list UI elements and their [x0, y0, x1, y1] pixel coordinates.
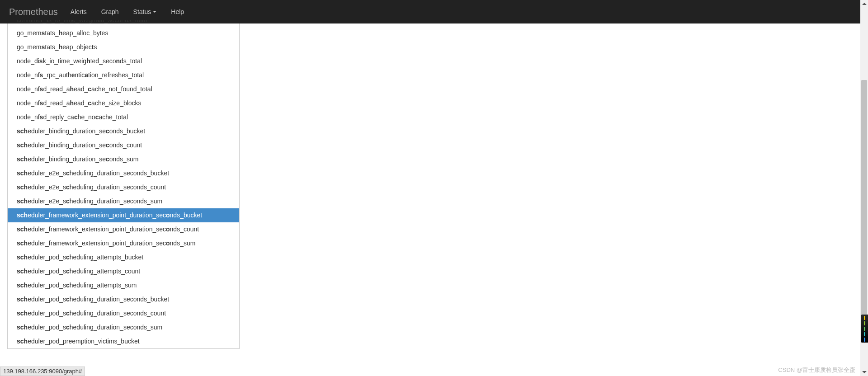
autocomplete-item[interactable]: node_disk_io_time_weighted_seconds_total: [8, 54, 239, 68]
gadget-bar: [864, 316, 865, 320]
autocomplete-item[interactable]: scheduler_framework_extension_point_dura…: [8, 222, 239, 236]
autocomplete-item[interactable]: scheduler_pod_scheduling_duration_second…: [8, 320, 239, 334]
autocomplete-item[interactable]: node_nfsd_read_ahead_cache_not_found_tot…: [8, 82, 239, 96]
watermark-text: CSDN @富士康质检员张全蛋: [778, 366, 855, 374]
autocomplete-item[interactable]: scheduler_pod_scheduling_duration_second…: [8, 292, 239, 306]
autocomplete-item[interactable]: go_memstats_heap_alloc_bytes: [8, 26, 239, 40]
side-gadget[interactable]: [861, 315, 868, 343]
autocomplete-item[interactable]: scheduler_pod_scheduling_attempts_bucket: [8, 250, 239, 264]
autocomplete-item[interactable]: node_nfsd_reply_cache_nocache_total: [8, 110, 239, 124]
caret-down-icon: [153, 11, 156, 13]
nav-graph[interactable]: Graph: [101, 8, 119, 15]
browser-status-bar: 139.198.166.235:9090/graph#: [0, 367, 85, 376]
scroll-down-button[interactable]: [860, 368, 868, 376]
autocomplete-item[interactable]: container_fs_io_time_weighted_seconds_to…: [8, 20, 239, 26]
scroll-up-button[interactable]: [860, 0, 868, 8]
autocomplete-item[interactable]: scheduler_framework_extension_point_dura…: [8, 236, 239, 250]
autocomplete-item[interactable]: scheduler_pod_preemption_victims_bucket: [8, 334, 239, 348]
autocomplete-item[interactable]: go_memstats_heap_objects: [8, 40, 239, 54]
autocomplete-item[interactable]: scheduler_pod_scheduling_attempts_count: [8, 264, 239, 278]
nav-status[interactable]: Status: [133, 8, 157, 15]
autocomplete-item[interactable]: scheduler_e2e_scheduling_duration_second…: [8, 166, 239, 180]
autocomplete-item[interactable]: scheduler_binding_duration_seconds_bucke…: [8, 124, 239, 138]
autocomplete-item[interactable]: scheduler_binding_duration_seconds_count: [8, 138, 239, 152]
autocomplete-item[interactable]: scheduler_e2e_scheduling_duration_second…: [8, 194, 239, 208]
autocomplete-item[interactable]: scheduler_framework_extension_point_dura…: [8, 208, 239, 222]
nav-alerts[interactable]: Alerts: [71, 8, 87, 15]
autocomplete-item[interactable]: scheduler_e2e_scheduling_duration_second…: [8, 180, 239, 194]
autocomplete-item[interactable]: node_nfs_rpc_authentication_refreshes_to…: [8, 68, 239, 82]
autocomplete-dropdown: container_fs_io_time_weighted_seconds_to…: [7, 24, 240, 349]
autocomplete-item[interactable]: node_nfsd_read_ahead_cache_size_blocks: [8, 96, 239, 110]
gadget-bar: [864, 327, 865, 331]
autocomplete-item[interactable]: scheduler_binding_duration_seconds_sum: [8, 152, 239, 166]
gadget-bar: [864, 321, 865, 325]
gadget-bar: [864, 338, 865, 342]
gadget-bar: [864, 332, 865, 336]
nav-help[interactable]: Help: [171, 8, 184, 15]
autocomplete-item[interactable]: scheduler_pod_scheduling_attempts_sum: [8, 278, 239, 292]
autocomplete-item[interactable]: scheduler_pod_scheduling_duration_second…: [8, 306, 239, 320]
scrollbar-thumb[interactable]: [861, 80, 867, 315]
brand-logo[interactable]: Prometheus: [9, 7, 58, 17]
